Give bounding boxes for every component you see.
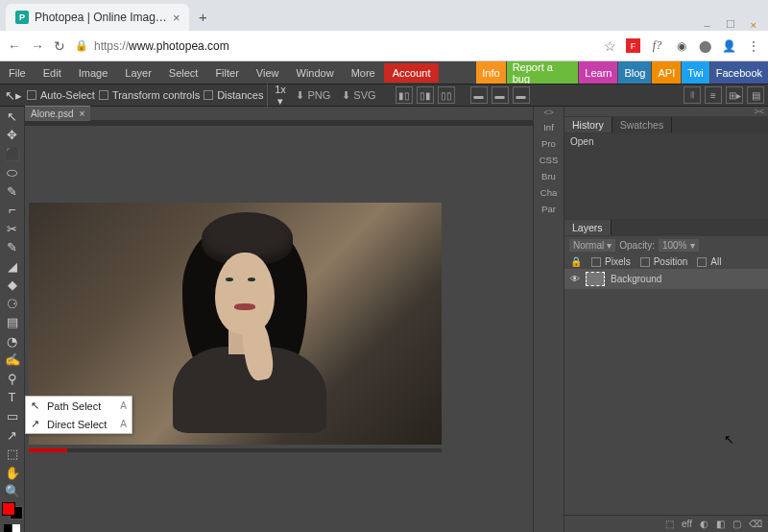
export-svg-button[interactable]: ⬇SVG (338, 87, 379, 104)
link-layers-icon[interactable]: ⬚ (665, 519, 674, 529)
flipboard-ext-icon[interactable]: F (626, 38, 640, 53)
history-entry[interactable]: Open (570, 136, 762, 147)
opacity-input[interactable]: 100% ▾ (659, 239, 699, 252)
canvas-viewport[interactable]: и Козлова · Сын мой единст… @GeeksMint (25, 126, 533, 532)
tool-0[interactable]: ↖ (3, 109, 22, 125)
side-tab-info[interactable]: Inf (543, 121, 554, 133)
align-center-v-icon[interactable]: ▬ (492, 86, 509, 104)
window-minimize-icon[interactable]: – (704, 19, 709, 31)
adjustment-layer-icon[interactable]: ◧ (716, 519, 725, 529)
tool-14[interactable]: ⚲ (3, 371, 22, 387)
menu-select[interactable]: Select (160, 63, 207, 83)
social-link-facebook[interactable]: Facebook (710, 61, 768, 84)
lock-pixels-checkbox[interactable]: Pixels (591, 256, 631, 267)
tool-10[interactable]: ⚆ (3, 296, 22, 312)
tool-16[interactable]: ▭ (3, 408, 22, 424)
layers-tab[interactable]: Layers (564, 220, 612, 235)
align-right-icon[interactable]: ▯▯ (438, 86, 455, 104)
back-button[interactable]: ← (8, 38, 21, 54)
menu-window[interactable]: Window (288, 63, 343, 83)
ext-icon[interactable]: f? (650, 38, 664, 53)
social-link-blog[interactable]: Blog (618, 61, 651, 84)
profile-icon[interactable]: 👤 (722, 38, 736, 53)
distribute-h-icon[interactable]: ⫴ (684, 86, 701, 104)
history-tab[interactable]: History (564, 117, 612, 133)
close-icon[interactable]: × (79, 109, 84, 119)
social-link-twi[interactable]: Twi (682, 61, 709, 84)
document-tab[interactable]: Alone.psd× (25, 106, 90, 121)
tab-close-icon[interactable]: × (173, 11, 180, 25)
browser-menu-icon[interactable]: ⋮ (746, 38, 760, 53)
side-tab-paragraph[interactable]: Par (541, 203, 556, 215)
lock-all-checkbox[interactable]: All (697, 256, 721, 267)
arrange-icon[interactable]: ⊞▸ (726, 86, 743, 104)
social-link-info[interactable]: Info (476, 61, 505, 84)
menu-view[interactable]: View (248, 63, 288, 83)
transform-controls-checkbox[interactable]: Transform controls (99, 89, 200, 101)
tool-15[interactable]: T (3, 390, 22, 406)
menu-layer[interactable]: Layer (116, 63, 160, 83)
forward-button[interactable]: → (31, 38, 44, 54)
align-center-h-icon[interactable]: ▯▮ (417, 86, 434, 104)
path-select-tool[interactable]: ↖ Path SelectA (26, 397, 132, 415)
tool-8[interactable]: ◢ (3, 258, 22, 275)
menu-image[interactable]: Image (70, 63, 117, 83)
visibility-icon[interactable]: 👁 (570, 274, 580, 284)
tool-20[interactable]: 🔍 (3, 483, 22, 499)
tool-12[interactable]: ◔ (3, 333, 22, 350)
color-swatches[interactable] (2, 502, 23, 520)
delete-layer-icon[interactable]: ⌫ (749, 519, 762, 529)
new-layer-icon[interactable]: ▢ (732, 519, 741, 529)
layer-row-background[interactable]: 👁 Background (564, 269, 768, 289)
menu-more[interactable]: More (343, 63, 384, 83)
side-tab-properties[interactable]: Pro (541, 137, 556, 150)
ext-icon-3[interactable]: ⬤ (698, 38, 712, 53)
side-tab-character[interactable]: Cha (540, 186, 557, 199)
collapse-icon[interactable]: <> (543, 108, 554, 117)
social-link-report-a-bug[interactable]: Report a bug (507, 61, 579, 84)
collapse-icon[interactable]: >< (564, 107, 768, 116)
new-tab-button[interactable]: + (191, 5, 214, 28)
tool-5[interactable]: ⌐ (3, 203, 22, 219)
address-bar[interactable]: 🔒 https://www.photopea.com (75, 39, 594, 53)
ext-icon-2[interactable]: ◉ (674, 38, 688, 53)
side-tab-css[interactable]: CSS (540, 154, 559, 166)
window-maximize-icon[interactable]: ☐ (726, 18, 735, 31)
settings-icon[interactable]: ▤ (747, 86, 764, 104)
tool-18[interactable]: ⬚ (3, 446, 22, 462)
menu-filter[interactable]: Filter (206, 63, 247, 83)
move-tool-icon[interactable]: ↖▸ (4, 85, 23, 105)
tool-19[interactable]: ✋ (3, 465, 22, 481)
history-panel-body[interactable]: Open (564, 133, 768, 219)
social-link-learn[interactable]: Learn (579, 61, 617, 84)
tool-2[interactable]: ⬛ (3, 146, 22, 162)
distribute-v-icon[interactable]: ≡ (705, 86, 722, 104)
window-close-icon[interactable]: × (751, 19, 756, 31)
tool-1[interactable]: ✥ (3, 128, 22, 144)
auto-select-checkbox[interactable]: Auto-Select (27, 89, 95, 101)
export-png-button[interactable]: ⬇PNG (292, 87, 334, 104)
menu-account[interactable]: Account (384, 63, 440, 83)
align-top-icon[interactable]: ▬ (470, 86, 488, 104)
star-icon[interactable]: ☆ (604, 38, 616, 54)
distances-checkbox[interactable]: Distances (204, 89, 263, 101)
menu-edit[interactable]: Edit (35, 63, 70, 83)
blend-mode-select[interactable]: Normal ▾ (569, 239, 615, 252)
tool-17[interactable]: ↗ (3, 427, 22, 444)
align-bottom-icon[interactable]: ▬ (513, 86, 530, 104)
tool-13[interactable]: ✍ (3, 352, 22, 369)
social-link-api[interactable]: API (652, 61, 681, 84)
tool-6[interactable]: ✂ (3, 221, 22, 237)
tool-3[interactable]: ⬭ (3, 165, 22, 181)
lock-icon[interactable]: 🔒 (570, 256, 582, 267)
menu-file[interactable]: File (0, 63, 35, 83)
direct-select-tool[interactable]: ↗ Direct SelectA (26, 415, 132, 433)
align-left-icon[interactable]: ▮▯ (396, 86, 413, 104)
video-progress-bar[interactable] (29, 448, 442, 452)
lock-position-checkbox[interactable]: Position (640, 256, 688, 267)
layer-mask-icon[interactable]: ◐ (700, 519, 708, 529)
zoom-select[interactable]: 1x ▾ (267, 84, 288, 108)
layer-effects-icon[interactable]: eff (682, 519, 692, 529)
tool-4[interactable]: ✎ (3, 183, 22, 200)
default-colors-icon[interactable] (4, 524, 20, 532)
